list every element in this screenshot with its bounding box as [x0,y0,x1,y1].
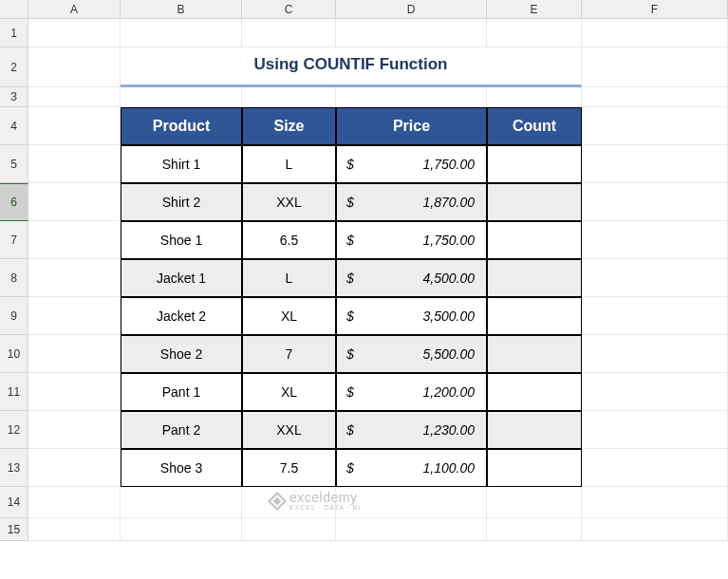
cell-C15[interactable] [242,518,336,541]
table-cell-price[interactable]: $1,200.00 [336,373,487,411]
cell-F10[interactable] [582,335,728,373]
cell-E15[interactable] [487,518,582,541]
table-cell-count[interactable] [487,221,582,259]
cell-B3[interactable] [121,87,242,107]
cell-B15[interactable] [121,518,242,541]
cell-F12[interactable] [582,411,728,449]
cell-D15[interactable] [336,518,487,541]
cell-A5[interactable] [28,145,121,183]
cell-F6[interactable] [582,183,728,221]
table-cell-size[interactable]: 6.5 [242,221,336,259]
cell-A2[interactable] [28,47,121,87]
table-cell-product[interactable]: Shoe 2 [121,335,242,373]
cell-E14[interactable] [487,487,582,518]
row-header-4[interactable]: 4 [0,107,28,145]
cell-A1[interactable] [28,19,121,47]
table-cell-product[interactable]: Jacket 2 [121,297,242,335]
table-cell-size[interactable]: 7.5 [242,449,336,487]
cell-A9[interactable] [28,297,121,335]
cell-F14[interactable] [582,487,728,518]
cell-C3[interactable] [242,87,336,107]
row-header-10[interactable]: 10 [0,335,28,373]
cell-A13[interactable] [28,449,121,487]
table-cell-product[interactable]: Shoe 1 [121,221,242,259]
cell-A11[interactable] [28,373,121,411]
table-cell-product[interactable]: Pant 1 [121,373,242,411]
cell-F9[interactable] [582,297,728,335]
cell-D3[interactable] [336,87,487,107]
cell-F13[interactable] [582,449,728,487]
row-header-9[interactable]: 9 [0,297,28,335]
row-header-8[interactable]: 8 [0,259,28,297]
table-cell-price[interactable]: $3,500.00 [336,297,487,335]
table-cell-size[interactable]: XL [242,373,336,411]
cell-D1[interactable] [336,19,487,47]
column-header-A[interactable]: A [28,0,121,19]
cell-F11[interactable] [582,373,728,411]
table-cell-size[interactable]: XL [242,297,336,335]
cell-A8[interactable] [28,259,121,297]
cell-A6[interactable] [28,183,121,221]
column-header-E[interactable]: E [487,0,582,19]
cell-C1[interactable] [242,19,336,47]
row-header-13[interactable]: 13 [0,449,28,487]
table-cell-price[interactable]: $1,230.00 [336,411,487,449]
cell-B14[interactable] [121,487,242,518]
column-header-C[interactable]: C [242,0,336,19]
select-all-corner[interactable] [0,0,28,19]
table-cell-size[interactable]: XXL [242,183,336,221]
table-cell-count[interactable] [487,183,582,221]
column-header-B[interactable]: B [121,0,242,19]
table-cell-price[interactable]: $1,870.00 [336,183,487,221]
table-cell-count[interactable] [487,297,582,335]
column-header-D[interactable]: D [336,0,487,19]
table-cell-count[interactable] [487,335,582,373]
row-header-11[interactable]: 11 [0,373,28,411]
table-cell-product[interactable]: Pant 2 [121,411,242,449]
cell-A12[interactable] [28,411,121,449]
table-cell-product[interactable]: Shirt 2 [121,183,242,221]
cell-F2[interactable] [582,47,728,87]
row-header-3[interactable]: 3 [0,87,28,107]
cell-A3[interactable] [28,87,121,107]
row-header-12[interactable]: 12 [0,411,28,449]
cell-E3[interactable] [487,87,582,107]
cell-F7[interactable] [582,221,728,259]
cell-A10[interactable] [28,335,121,373]
row-header-6[interactable]: 6 [0,183,28,221]
cell-B1[interactable] [121,19,242,47]
table-cell-size[interactable]: L [242,259,336,297]
table-cell-count[interactable] [487,411,582,449]
table-cell-price[interactable]: $4,500.00 [336,259,487,297]
cell-F15[interactable] [582,518,728,541]
row-header-15[interactable]: 15 [0,518,28,541]
cell-F3[interactable] [582,87,728,107]
table-cell-product[interactable]: Jacket 1 [121,259,242,297]
table-cell-product[interactable]: Shoe 3 [121,449,242,487]
table-cell-count[interactable] [487,449,582,487]
table-cell-count[interactable] [487,259,582,297]
cell-A4[interactable] [28,107,121,145]
column-header-F[interactable]: F [582,0,728,19]
table-cell-price[interactable]: $1,750.00 [336,145,487,183]
table-cell-size[interactable]: L [242,145,336,183]
row-header-2[interactable]: 2 [0,47,28,87]
cell-A7[interactable] [28,221,121,259]
table-cell-price[interactable]: $1,750.00 [336,221,487,259]
cell-F8[interactable] [582,259,728,297]
table-cell-price[interactable]: $1,100.00 [336,449,487,487]
table-cell-price[interactable]: $5,500.00 [336,335,487,373]
table-cell-count[interactable] [487,145,582,183]
table-cell-size[interactable]: XXL [242,411,336,449]
row-header-14[interactable]: 14 [0,487,28,518]
cell-E1[interactable] [487,19,582,47]
table-cell-product[interactable]: Shirt 1 [121,145,242,183]
cell-F4[interactable] [582,107,728,145]
cell-F1[interactable] [582,19,728,47]
cell-F5[interactable] [582,145,728,183]
row-header-1[interactable]: 1 [0,19,28,47]
row-header-7[interactable]: 7 [0,221,28,259]
table-cell-count[interactable] [487,373,582,411]
row-header-5[interactable]: 5 [0,145,28,183]
cell-A15[interactable] [28,518,121,541]
